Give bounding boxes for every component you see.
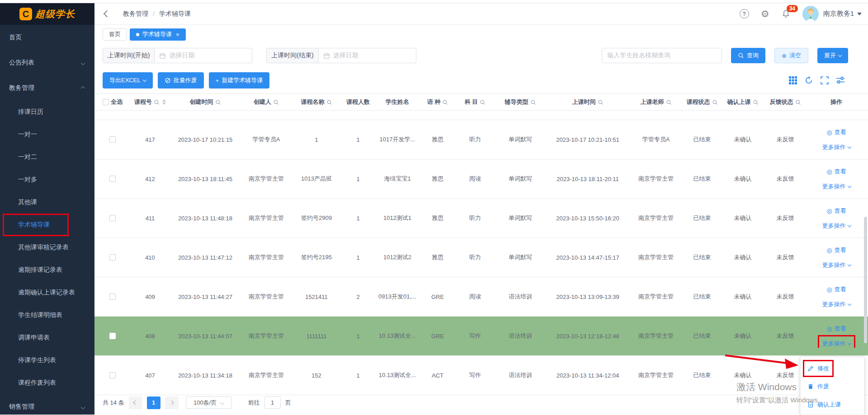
column-header-count: 课程人数	[341, 98, 375, 106]
refresh-icon[interactable]	[805, 76, 813, 84]
table-row-408: 4082023-10-13 11:44:07南京学管主管1111111110.1…	[94, 317, 868, 356]
sidebar-item-教务管理[interactable]: 教务管理	[0, 75, 94, 101]
view-link[interactable]: ◎查看	[826, 285, 846, 294]
gear-icon[interactable]: ⚙	[761, 9, 769, 19]
sidebar-item-逾期排课记录表[interactable]: 逾期排课记录表	[0, 259, 94, 281]
more-actions-link[interactable]: 更多操作	[822, 340, 851, 348]
select-all-checkbox[interactable]	[103, 99, 109, 105]
sidebar-item-其他课审核记录表[interactable]: 其他课审核记录表	[0, 236, 94, 259]
search-icon[interactable]	[666, 99, 672, 105]
view-link[interactable]: ◎查看	[826, 246, 846, 254]
search-icon[interactable]	[753, 99, 759, 105]
search-icon[interactable]	[530, 99, 536, 105]
column-header-student: 学生姓名	[375, 98, 420, 106]
start-date-label: 上课时间(开始)	[103, 48, 155, 63]
next-page-button[interactable]	[165, 396, 179, 409]
chevron-down-icon	[81, 405, 85, 409]
sidebar-item-一对二[interactable]: 一对二	[0, 146, 94, 168]
view-link[interactable]: ◎查看	[826, 168, 846, 176]
end-date-input[interactable]: 选择日期	[319, 48, 416, 63]
tab-首页[interactable]: 首页	[103, 28, 127, 41]
grid-view-icon[interactable]	[789, 76, 797, 84]
cell-subject: 听力	[455, 253, 495, 261]
table-row-417: 4172023-10-17 10:21:15学管专员A111017开发学...雅…	[94, 120, 868, 159]
sidebar-item-销售管理[interactable]: 销售管理	[0, 394, 94, 415]
row-checkbox[interactable]	[109, 215, 116, 221]
breadcrumb-item[interactable]: 学术辅导课	[159, 10, 191, 18]
more-actions-link[interactable]: 更多操作	[822, 300, 851, 308]
sidebar-item-公告列表[interactable]: 公告列表	[0, 50, 94, 75]
more-actions-link[interactable]: 更多操作	[822, 143, 851, 151]
user-name[interactable]: 南京教务1	[823, 9, 854, 18]
sidebar-item-排课日历[interactable]: 排课日历	[0, 101, 94, 123]
export-excel-button[interactable]: 导出EXCEL	[103, 72, 153, 89]
sidebar-item-学生结课明细表[interactable]: 学生结课明细表	[0, 304, 94, 326]
breadcrumb-item[interactable]: 教务管理	[123, 10, 148, 18]
search-icon[interactable]	[442, 99, 448, 105]
menu-item-修改[interactable]: 修改	[801, 359, 864, 378]
page-size-select[interactable]: 100条/页	[186, 396, 232, 409]
view-link[interactable]: ◎查看	[826, 128, 846, 136]
more-actions-link[interactable]: 更多操作	[822, 182, 851, 191]
current-page-button[interactable]: 1	[147, 396, 160, 409]
sidebar-item-学术辅导课[interactable]: 学术辅导课	[0, 214, 94, 236]
fullscreen-icon[interactable]	[821, 76, 829, 84]
sidebar-item-首页[interactable]: 首页	[0, 25, 94, 50]
view-link[interactable]: ◎查看	[826, 325, 846, 333]
menu-item-确认上课[interactable]: 确认上课	[801, 396, 864, 414]
start-date-input[interactable]: 选择日期	[155, 48, 252, 63]
user-caret-down-icon[interactable]	[857, 13, 862, 15]
goto-page-input[interactable]: 1	[264, 396, 281, 409]
search-icon[interactable]	[795, 99, 801, 105]
help-icon[interactable]: ?	[740, 9, 749, 19]
close-icon[interactable]: ×	[176, 31, 179, 38]
prev-page-button[interactable]	[129, 396, 142, 409]
cell-name: 1	[292, 136, 341, 143]
tab-学术辅导课[interactable]: 学术辅导课×	[130, 28, 186, 41]
cell-confirm: 未确认	[722, 253, 764, 261]
clear-button[interactable]: ⊗ 清空	[774, 48, 808, 63]
expand-button[interactable]: 展开	[817, 48, 848, 63]
student-name-search-input[interactable]: 输入学生姓名模糊查询	[602, 48, 722, 63]
sidebar-item-停课学生列表[interactable]: 停课学生列表	[0, 349, 94, 372]
menu-item-作废[interactable]: 作废	[801, 378, 864, 396]
sort-icon[interactable]	[162, 99, 166, 105]
sidebar-item-一对多[interactable]: 一对多	[0, 168, 94, 191]
back-chevron-icon[interactable]	[104, 10, 111, 18]
column-settings-icon[interactable]	[836, 76, 844, 84]
create-course-button[interactable]: + 新建学术辅导课	[209, 72, 270, 89]
sidebar-item-其他课[interactable]: 其他课	[0, 191, 94, 214]
notification-badge: 34	[787, 5, 798, 12]
cell-ops: ◎查看更多操作	[807, 325, 866, 348]
search-icon[interactable]	[154, 99, 160, 105]
sidebar-item-逾期确认上课记录表[interactable]: 逾期确认上课记录表	[0, 281, 94, 304]
bell-icon[interactable]: 34	[781, 9, 791, 19]
more-actions-link[interactable]: 更多操作	[822, 222, 851, 230]
eye-icon: ◎	[826, 247, 832, 253]
cell-id: 408	[131, 333, 170, 340]
row-checkbox[interactable]	[109, 176, 116, 182]
search-icon[interactable]	[598, 99, 604, 105]
avatar[interactable]	[802, 6, 819, 22]
sidebar-item-课程作废列表[interactable]: 课程作废列表	[0, 372, 94, 394]
view-link[interactable]: ◎查看	[826, 207, 846, 215]
cell-id: 411	[131, 215, 170, 222]
search-icon[interactable]	[480, 99, 486, 105]
row-checkbox[interactable]	[109, 294, 116, 300]
row-checkbox[interactable]	[109, 254, 116, 261]
more-actions-link[interactable]: 更多操作	[822, 261, 851, 269]
vertical-scrollbar[interactable]	[864, 217, 867, 343]
sidebar-item-label: 首页	[9, 33, 22, 42]
row-checkbox[interactable]	[109, 333, 116, 339]
search-icon[interactable]	[273, 99, 279, 105]
query-button[interactable]: 查询	[731, 48, 765, 63]
row-checkbox[interactable]	[109, 136, 116, 143]
date-placeholder: 选择日期	[169, 51, 194, 60]
batch-void-button[interactable]: 批量作废	[158, 72, 204, 89]
search-icon[interactable]	[712, 99, 718, 105]
search-icon[interactable]	[215, 99, 221, 105]
sidebar-item-一对一[interactable]: 一对一	[0, 123, 94, 146]
search-icon[interactable]	[326, 99, 332, 105]
row-checkbox[interactable]	[109, 372, 116, 378]
sidebar-item-调课申请表[interactable]: 调课申请表	[0, 326, 94, 349]
